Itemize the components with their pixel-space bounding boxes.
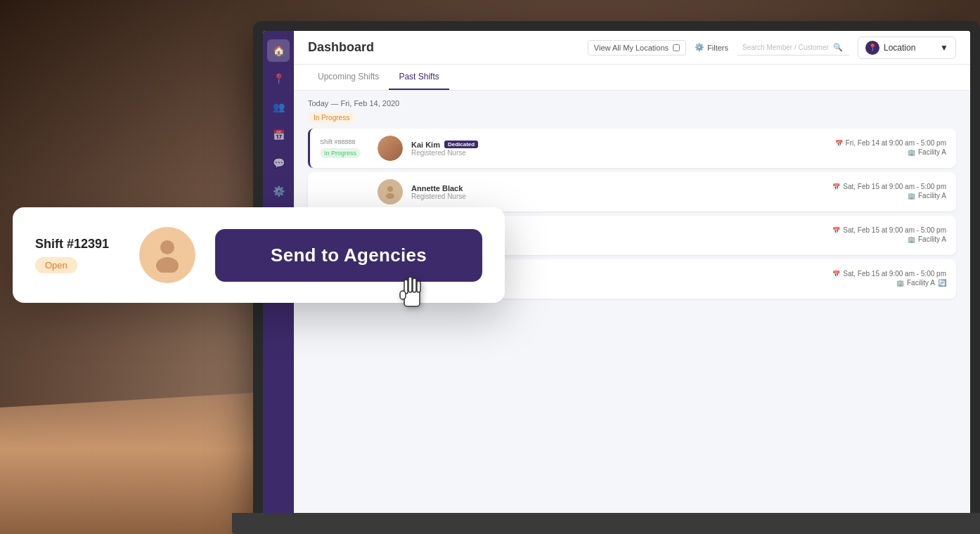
building-icon: 🏢 [896,280,904,287]
shift-info: Shift #12391 Open [35,237,120,273]
svg-point-7 [156,257,179,273]
shift-status: In Progress [320,148,361,158]
filters-button[interactable]: ⚙️ Filters [695,43,728,52]
shift-details: 📅 Fri, Feb 14 at 9:00 am - 5:00 pm 🏢 Fac… [835,139,946,157]
laptop-base [232,513,980,534]
nurse-role: Registered Nurse [411,149,827,157]
view-all-locations-button[interactable]: View All My Locations [588,40,686,56]
chevron-down-icon: ▼ [940,43,948,53]
person-silhouette-icon [153,237,181,273]
avatar-photo [378,136,403,161]
avatar-placeholder [378,179,403,204]
cursor-pointer [399,274,427,317]
shift-details: 📅 Sat, Feb 15 at 9:00 am - 5:00 pm 🏢 Fac… [832,183,946,201]
in-progress-status: In Progress [308,112,355,123]
shift-facility-line: 🏢 Facility A [832,235,946,243]
shift-details: 📅 Sat, Feb 15 at 9:00 am - 5:00 pm 🏢 Fac… [832,270,946,288]
svg-rect-13 [400,291,406,299]
dedicated-badge: Dedicated [444,141,478,148]
popup-open-badge: Open [35,257,77,273]
table-row: Shift #88888 In Progress Kai Kim Dedicat… [308,129,956,168]
refresh-icon: 🔄 [938,279,946,287]
shift-facility-line: 🏢 Facility A [835,148,946,156]
view-all-label: View All My Locations [594,44,669,52]
avatar [378,136,403,161]
send-to-agencies-button[interactable]: Send to Agencies [215,229,482,282]
tab-past-shifts[interactable]: Past Shifts [389,65,449,90]
shift-date-line: 📅 Sat, Feb 15 at 9:00 am - 5:00 pm [832,226,946,234]
person-icon [383,185,397,199]
person-avatar-large [139,227,195,283]
search-icon: 🔍 [833,43,843,52]
svg-rect-12 [417,281,420,292]
svg-rect-11 [413,278,416,292]
sidebar-icon-chat[interactable]: 💬 [267,152,290,174]
location-label: Location [884,43,915,53]
calendar-icon: 📅 [832,271,840,278]
shift-date-line: 📅 Sat, Feb 15 at 9:00 am - 5:00 pm [832,270,946,278]
filter-icon: ⚙️ [695,43,704,52]
nurse-info: Kai Kim Dedicated Registered Nurse [411,141,827,157]
svg-point-0 [387,186,393,192]
shift-number: Shift #88888 [320,138,369,145]
shift-facility-line: 🏢 Facility A 🔄 [832,279,946,287]
shift-details: 📅 Sat, Feb 15 at 9:00 am - 5:00 pm 🏢 Fac… [832,226,946,245]
page-title: Dashboard [308,40,374,55]
popup-shift-title: Shift #12391 [35,237,120,252]
popup-card: Shift #12391 Open Send to Agencies [13,207,505,303]
calendar-icon: 📅 [832,227,840,234]
sidebar-icon-calendar[interactable]: 📅 [267,124,290,146]
table-row: Annette Black Registered Nurse 📅 Sat, Fe… [308,172,956,211]
tabs-bar: Upcoming Shifts Past Shifts [294,65,970,91]
location-icon: 📍 [865,41,879,55]
shift-date-line: 📅 Fri, Feb 14 at 9:00 am - 5:00 pm [835,139,946,147]
sidebar-icon-settings[interactable]: ⚙️ [267,180,290,202]
nurse-role: Registered Nurse [411,193,824,200]
svg-rect-10 [408,277,412,292]
svg-point-6 [160,240,174,254]
shift-date-line: 📅 Sat, Feb 15 at 9:00 am - 5:00 pm [832,183,946,190]
nurse-name: Kai Kim Dedicated [411,141,827,149]
svg-point-1 [386,193,394,199]
location-dropdown[interactable]: 📍 Location ▼ [858,37,956,59]
view-all-checkbox[interactable] [673,44,680,51]
shift-badge: Shift #88888 In Progress [320,138,369,158]
shift-facility-line: 🏢 Facility A [832,192,946,200]
calendar-icon: 📅 [832,183,840,190]
header: Dashboard View All My Locations ⚙️ Filte… [294,31,970,65]
calendar-icon: 📅 [835,140,843,147]
building-icon: 🏢 [908,193,915,200]
header-actions: View All My Locations ⚙️ Filters Search … [588,37,956,59]
date-label: Today — Fri, Feb 14, 2020 [308,99,956,108]
nurse-info: Annette Black Registered Nurse [411,184,824,200]
building-icon: 🏢 [908,149,915,156]
nurse-name: Annette Black [411,184,824,193]
building-icon: 🏢 [908,236,915,243]
sidebar-icon-home[interactable]: 🏠 [267,39,290,62]
filters-label: Filters [707,44,728,52]
tab-upcoming-shifts[interactable]: Upcoming Shifts [308,65,389,90]
sidebar-icon-location[interactable]: 📍 [267,67,290,90]
search-area[interactable]: Search Member / Customer 🔍 [737,40,849,56]
search-placeholder: Search Member / Customer [742,44,829,51]
sidebar-icon-users[interactable]: 👥 [267,96,290,118]
